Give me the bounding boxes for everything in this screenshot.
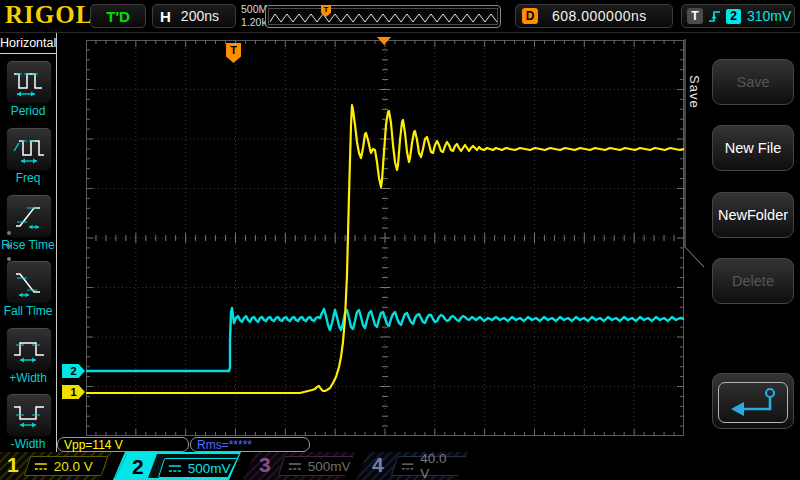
waveform-preview-bar[interactable]: T xyxy=(265,5,501,28)
neg-width-label: -Width xyxy=(0,437,56,451)
vpp-measurement: Vpp=114 V xyxy=(57,437,189,452)
channel4-number: 4 xyxy=(372,453,384,477)
menu-tab-strip: Save xyxy=(684,33,705,452)
fall-time-icon xyxy=(11,266,47,298)
rising-edge-icon xyxy=(707,8,722,25)
channel-status-bar: 1 20.0 V 2 xyxy=(0,452,800,480)
return-arrow-icon xyxy=(724,385,782,421)
channel3-scale: 500mV xyxy=(308,459,351,474)
trigger-status-text: T'D xyxy=(106,8,130,25)
channel2-scale: 500mV xyxy=(188,461,231,476)
neg-width-button[interactable] xyxy=(6,393,52,437)
h-label: H xyxy=(160,8,171,25)
waveform-traces xyxy=(86,40,684,436)
menu-back-button[interactable] xyxy=(712,373,794,429)
channel1-status[interactable]: 1 20.0 V xyxy=(0,452,112,480)
trigger-readout-box: T 2 310mV xyxy=(681,4,795,28)
menu-tab-outline xyxy=(684,33,705,452)
preview-window xyxy=(268,8,498,25)
pos-width-icon xyxy=(11,333,47,365)
channel1-number: 1 xyxy=(7,453,19,477)
period-label: Period xyxy=(0,104,56,118)
trigger-status-badge: T'D xyxy=(90,4,146,28)
channel3-status[interactable]: 3 500mV xyxy=(243,452,355,480)
freq-button[interactable] xyxy=(6,127,52,171)
new-folder-button[interactable]: NewFolder xyxy=(712,192,794,238)
rise-time-button[interactable] xyxy=(6,194,52,238)
horizontal-timebase-box[interactable]: H 200ns xyxy=(152,4,236,28)
timebase-value: 200ns xyxy=(181,8,219,24)
save-button[interactable]: Save xyxy=(712,59,794,105)
freq-icon xyxy=(11,133,47,165)
period-button[interactable] xyxy=(6,60,52,104)
rms-measurement: Rms=***** xyxy=(190,437,310,452)
neg-width-icon xyxy=(11,399,47,431)
waveform-plot xyxy=(86,40,684,436)
channel2-number: 2 xyxy=(132,455,144,479)
oscilloscope-screen: RIGOL T'D H 200ns 500MSa/s 1.20k pts T D… xyxy=(0,0,800,480)
period-icon xyxy=(11,66,47,98)
rise-time-icon xyxy=(11,200,47,232)
trigger-t-tag: T xyxy=(687,8,703,24)
delete-button[interactable]: Delete xyxy=(712,258,794,304)
new-file-button[interactable]: New File xyxy=(712,125,794,171)
fall-time-button[interactable] xyxy=(6,260,52,304)
channel3-number: 3 xyxy=(259,453,271,477)
freq-label: Freq xyxy=(0,171,56,185)
trigger-source-badge: 2 xyxy=(726,9,741,24)
channel2-number-plate: 2 xyxy=(115,454,157,478)
dc-coupling-icon xyxy=(168,463,182,474)
save-softkey-menu: Save New File NewFolder Delete xyxy=(705,33,800,452)
dc-coupling-icon xyxy=(288,461,302,472)
trigger-level-value: 310mV xyxy=(747,8,791,24)
delay-value: 608.000000ns xyxy=(552,8,647,24)
delay-d-tag: D xyxy=(522,8,538,24)
preview-waveform xyxy=(269,9,497,26)
fall-time-label: Fall Time xyxy=(0,304,56,318)
left-menu-title: Horizontal xyxy=(0,33,56,54)
channel4-scale: 40.0 V xyxy=(420,451,457,480)
channel1-ground-marker[interactable]: 1 xyxy=(62,385,85,399)
back-button-frame xyxy=(718,382,788,423)
pos-width-label: +Width xyxy=(0,371,56,385)
pos-width-button[interactable] xyxy=(6,327,52,371)
menu-page-dots xyxy=(7,231,11,261)
horizontal-measure-menu: Horizontal Period Freq xyxy=(0,33,57,452)
delay-readout-box: D 608.000000ns xyxy=(515,4,673,28)
rigol-logo: RIGOL xyxy=(5,1,93,29)
channel4-status[interactable]: 4 40.0 V xyxy=(356,452,468,480)
channel1-scale: 20.0 V xyxy=(54,459,93,474)
channel2-status[interactable]: 2 500mV xyxy=(113,452,241,480)
channel2-ground-marker[interactable]: 2 xyxy=(62,364,85,378)
dc-coupling-icon xyxy=(401,461,414,472)
top-status-bar: RIGOL T'D H 200ns 500MSa/s 1.20k pts T D… xyxy=(0,0,800,33)
dc-coupling-icon xyxy=(34,461,48,472)
